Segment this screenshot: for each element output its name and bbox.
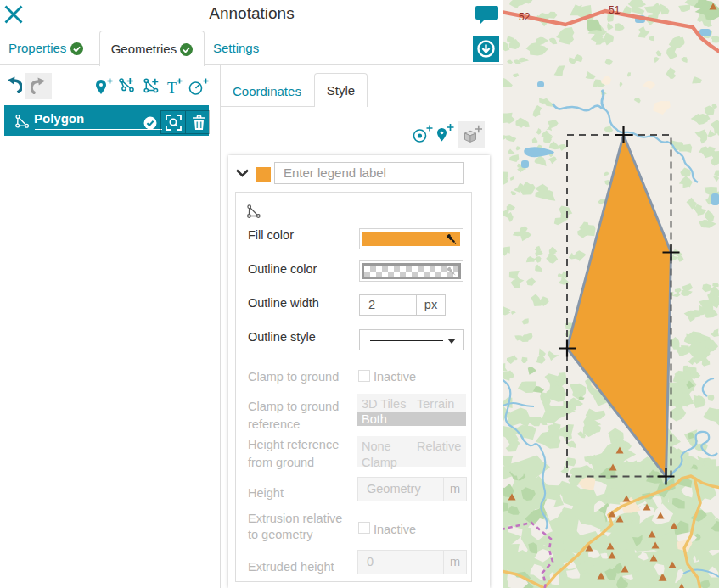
svg-text:52: 52 (519, 11, 531, 23)
svg-text:51: 51 (609, 4, 621, 16)
svg-text:T: T (167, 80, 177, 97)
